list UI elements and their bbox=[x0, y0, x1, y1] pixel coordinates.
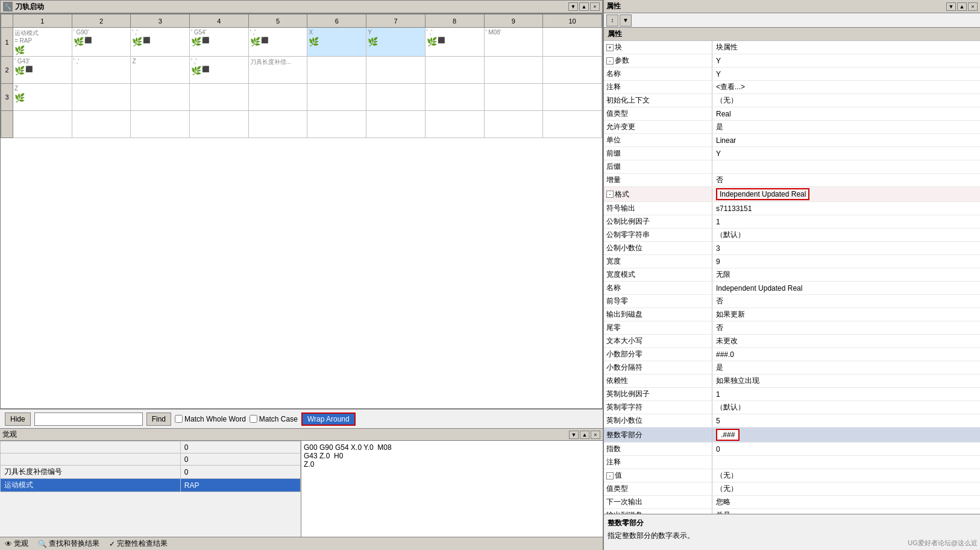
match-case-checkbox[interactable] bbox=[250, 415, 257, 423]
cell-1-2[interactable]: ' G90' 🌿 ⬛ bbox=[72, 28, 131, 57]
sort-button[interactable]: ↕ bbox=[606, 14, 618, 27]
props-container[interactable]: +块 块属性 -参数 Y 名称 Y 注释 <查看...> 初始化上下文 （无） … bbox=[604, 41, 980, 514]
cell-2-6[interactable] bbox=[307, 57, 366, 84]
prop-row-v-valtype[interactable]: 值类型 （无） bbox=[604, 482, 980, 496]
cell-4-10[interactable] bbox=[543, 111, 602, 138]
cell-3-4[interactable] bbox=[190, 84, 249, 111]
wrap-around-button[interactable]: Wrap Around bbox=[301, 413, 356, 426]
minimize-button[interactable]: ▼ bbox=[568, 2, 578, 11]
prop-row-block[interactable]: +块 块属性 bbox=[604, 41, 980, 54]
restore-button[interactable]: ▲ bbox=[579, 2, 589, 11]
cell-3-1[interactable]: Z 🌿 bbox=[13, 84, 72, 111]
cell-3-6[interactable] bbox=[307, 84, 366, 111]
grid-container[interactable]: 1 2 3 4 5 6 7 8 9 10 1 bbox=[1, 14, 602, 396]
bottom-pin-button[interactable]: ▼ bbox=[569, 431, 579, 439]
bottom-row-name-2[interactable] bbox=[1, 454, 181, 466]
cell-1-10[interactable] bbox=[543, 28, 602, 57]
cell-1-3[interactable]: ' ,' 🌿 ⬛ bbox=[131, 28, 190, 57]
hide-button[interactable]: Hide bbox=[5, 413, 31, 426]
status-check[interactable]: ✓ 完整性检查结果 bbox=[109, 539, 168, 549]
prop-row-param[interactable]: -参数 Y bbox=[604, 54, 980, 68]
cell-1-5[interactable]: ' ,' 🌿 ⬛ bbox=[248, 28, 307, 57]
right-minimize-button[interactable]: ▼ bbox=[946, 2, 956, 11]
prop-row-v-output-disk[interactable]: 输出到磁盘 总是 bbox=[604, 509, 980, 514]
bottom-float-button[interactable]: ▲ bbox=[580, 431, 589, 439]
cell-4-4[interactable] bbox=[190, 111, 249, 138]
prop-row-note[interactable]: 注释 bbox=[604, 456, 980, 469]
cell-3-9[interactable] bbox=[484, 84, 543, 111]
cell-1-7[interactable]: Y 🌿 bbox=[366, 28, 426, 57]
prop-row-imperial-decimals[interactable]: 英制小数位 5 bbox=[604, 414, 980, 428]
cell-1-9[interactable]: ' M08' bbox=[484, 28, 543, 57]
prop-row-symbol-out[interactable]: 符号输出 s71133151 bbox=[604, 202, 980, 215]
bottom-row-name-3[interactable]: 刀具长度补偿编号 bbox=[1, 466, 181, 479]
table-row[interactable]: 刀具长度补偿编号 0 bbox=[1, 466, 301, 479]
bottom-row-name-1[interactable] bbox=[1, 441, 181, 454]
prop-row-leading-zero[interactable]: 前导零 否 bbox=[604, 295, 980, 308]
prop-row-allow-change[interactable]: 允许变更 是 bbox=[604, 121, 980, 134]
prop-row-value-section[interactable]: -值 （无） bbox=[604, 469, 980, 482]
prop-row-width[interactable]: 宽度 9 bbox=[604, 255, 980, 268]
cell-1-8[interactable]: ' ,' 🌿 ⬛ bbox=[425, 28, 484, 57]
cell-4-3[interactable] bbox=[131, 111, 190, 138]
filter-button[interactable]: ▼ bbox=[620, 14, 632, 27]
cell-4-5[interactable] bbox=[248, 111, 307, 138]
prop-row-int-zero[interactable]: 整数零部分 .### bbox=[604, 428, 980, 443]
cell-4-8[interactable] bbox=[425, 111, 484, 138]
prop-row-text-case[interactable]: 文本大小写 未更改 bbox=[604, 335, 980, 348]
cell-4-9[interactable] bbox=[484, 111, 543, 138]
cell-2-8[interactable] bbox=[425, 57, 484, 84]
cell-2-2[interactable]: ' ,' bbox=[72, 57, 131, 84]
cell-1-1[interactable]: 运动模式= RAP 🌿 bbox=[13, 28, 72, 57]
right-pin-button[interactable]: ▲ bbox=[957, 2, 967, 11]
prop-row-metric-decimals[interactable]: 公制小数位 3 bbox=[604, 242, 980, 255]
prop-row-output-disk[interactable]: 输出到磁盘 如果更新 bbox=[604, 308, 980, 321]
expand-icon[interactable]: - bbox=[606, 57, 614, 65]
prop-row-v-next-output[interactable]: 下一次输出 您略 bbox=[604, 496, 980, 509]
cell-4-6[interactable] bbox=[307, 111, 366, 138]
prop-row-increment[interactable]: 增量 否 bbox=[604, 174, 980, 187]
prop-row-init-ctx[interactable]: 初始化上下文 （无） bbox=[604, 94, 980, 107]
expand-icon[interactable]: - bbox=[606, 191, 614, 198]
prop-row-dependency[interactable]: 依赖性 如果独立出现 bbox=[604, 375, 980, 388]
close-button[interactable]: × bbox=[590, 2, 600, 11]
table-row[interactable]: 0 bbox=[1, 454, 301, 466]
cell-1-6[interactable]: X 🌿 bbox=[307, 28, 366, 57]
table-row-selected[interactable]: 运动模式 RAP bbox=[1, 479, 301, 492]
prop-row-exponent[interactable]: 指数 0 bbox=[604, 443, 980, 456]
cell-1-4[interactable]: ' G54' 🌿 ⬛ bbox=[190, 28, 249, 57]
cell-4-2[interactable] bbox=[72, 111, 131, 138]
title-bar-controls[interactable]: ▼ ▲ × bbox=[568, 2, 600, 11]
prop-row-fname[interactable]: 名称 Independent Updated Real bbox=[604, 282, 980, 295]
prop-row-imperial-scale[interactable]: 英制比例因子 1 bbox=[604, 388, 980, 401]
expand-icon[interactable]: - bbox=[606, 472, 614, 479]
cell-3-3[interactable] bbox=[131, 84, 190, 111]
cell-3-5[interactable] bbox=[248, 84, 307, 111]
cell-2-10[interactable] bbox=[543, 57, 602, 84]
prop-row-width-mode[interactable]: 宽度模式 无限 bbox=[604, 268, 980, 282]
cell-3-2[interactable] bbox=[72, 84, 131, 111]
bottom-row-name-4[interactable]: 运动模式 bbox=[1, 479, 181, 492]
cell-3-10[interactable] bbox=[543, 84, 602, 111]
bottom-close-button[interactable]: × bbox=[591, 431, 600, 439]
prop-row-val-type[interactable]: 值类型 Real bbox=[604, 107, 980, 121]
find-button[interactable]: Find bbox=[146, 413, 171, 426]
match-whole-word-checkbox[interactable] bbox=[175, 415, 183, 423]
match-whole-word-label[interactable]: Match Whole Word bbox=[175, 415, 246, 423]
prop-row-format[interactable]: -格式 Independent Updated Real bbox=[604, 187, 980, 202]
prop-row-prefix[interactable]: 前缀 Y bbox=[604, 147, 980, 160]
cell-2-1[interactable]: ' G43' 🌿 ⬛ bbox=[13, 57, 72, 84]
cell-2-9[interactable] bbox=[484, 57, 543, 84]
prop-row-unit[interactable]: 单位 Linear bbox=[604, 134, 980, 147]
cell-3-8[interactable] bbox=[425, 84, 484, 111]
cell-2-5[interactable]: 刀具长度补偿... bbox=[248, 57, 307, 84]
cell-3-7[interactable] bbox=[366, 84, 426, 111]
cell-4-1[interactable] bbox=[13, 111, 72, 138]
search-input[interactable] bbox=[34, 413, 143, 426]
prop-row-name[interactable]: 名称 Y bbox=[604, 68, 980, 81]
status-view[interactable]: 👁 觉观 bbox=[5, 539, 28, 549]
prop-row-metric-scale[interactable]: 公制比例因子 1 bbox=[604, 215, 980, 229]
prop-row-suffix[interactable]: 后缀 bbox=[604, 160, 980, 174]
prop-row-imperial-zero-char[interactable]: 英制零字符 （默认） bbox=[604, 401, 980, 414]
right-close-button[interactable]: × bbox=[968, 2, 978, 11]
